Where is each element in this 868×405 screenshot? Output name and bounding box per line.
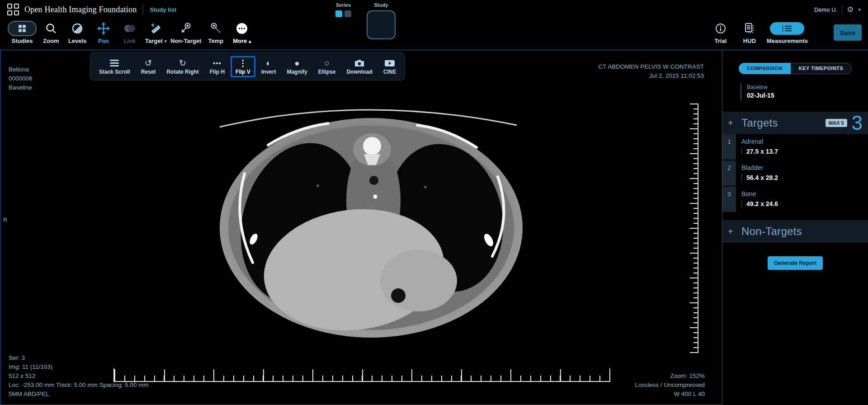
hud-panel-icon <box>744 21 755 36</box>
non-target-icon <box>180 21 192 36</box>
ellipse-icon: ○ <box>324 58 329 68</box>
targets-title: Targets <box>741 117 778 129</box>
menu-item-rotate-right[interactable]: ↻ Rotate Right <box>161 56 203 77</box>
camera-icon <box>354 58 364 68</box>
rotate-right-icon: ↻ <box>179 58 186 68</box>
image-number: Img: 11 (11/103) <box>9 363 149 371</box>
target-index: 1 <box>722 134 736 160</box>
menu-item-stack-scroll[interactable]: Stack Scroll <box>94 56 135 77</box>
menu-item-invert[interactable]: ◐ Invert <box>256 56 281 77</box>
study-thumbnail[interactable] <box>367 10 396 39</box>
header-divider <box>143 4 143 15</box>
magnify-circle-icon: ● <box>294 58 299 68</box>
levels-icon <box>71 21 83 36</box>
timepoint-header: Baseline 02-Jul-15 <box>741 83 868 101</box>
image-viewport[interactable]: Stack Scroll ↺ Reset ↻ Rotate Right ••• … <box>0 50 722 405</box>
series-number: Ser: 3 <box>9 354 149 362</box>
study-datetime: Jul 2, 2015 11:02:53 <box>598 72 704 80</box>
save-button[interactable]: Save <box>834 24 862 41</box>
menu-item-download[interactable]: Download <box>341 56 377 77</box>
image-dimensions: 512 x 512 <box>9 372 149 380</box>
tool-non-target[interactable]: Non-Target <box>169 19 203 44</box>
orientation-marker: R <box>3 217 7 223</box>
menu-item-reset[interactable]: ↺ Reset <box>136 56 161 77</box>
menu-item-flip-v[interactable]: ⋮ Flip V <box>231 56 255 77</box>
tool-link[interactable]: Link <box>117 19 143 44</box>
generate-report-button[interactable]: Generate Report <box>768 256 823 270</box>
pan-move-icon <box>97 21 110 36</box>
add-non-target-icon[interactable]: + <box>728 226 741 237</box>
info-icon <box>715 21 726 36</box>
measurements-panel: COMPARISON KEY TIMEPOINTS Baseline 02-Ju… <box>722 50 868 405</box>
tool-more[interactable]: More ▴ <box>229 19 255 44</box>
target-row[interactable]: 2 Bladder 56.4 x 28.2 <box>722 160 868 186</box>
target-name: Adrenal <box>741 138 778 145</box>
series-thumb-active[interactable] <box>335 10 342 17</box>
compression: Lossless / Uncompressed <box>635 381 705 389</box>
menu-item-cine[interactable]: CINE <box>378 56 401 77</box>
study-label: Study <box>374 2 388 8</box>
timepoint-date: 02-Jul-15 <box>747 92 868 99</box>
patient-id: 0000006 <box>9 75 33 82</box>
tool-studies[interactable]: Studies <box>6 19 38 44</box>
add-target-icon[interactable]: + <box>728 118 741 128</box>
tool-temp[interactable]: Temp <box>203 19 229 44</box>
study-group: Study <box>367 2 396 39</box>
series-thumb-idle[interactable] <box>344 10 351 17</box>
studies-grid-icon <box>8 21 37 36</box>
tab-comparison[interactable]: COMPARISON <box>739 63 791 74</box>
chevron-down-icon: ▾ <box>164 38 167 44</box>
tool-trial[interactable]: Trial <box>708 19 734 44</box>
horizontal-scale-ruler <box>113 368 610 382</box>
tool-hud[interactable]: HUD <box>736 19 763 44</box>
menu-item-magnify[interactable]: ● Magnify <box>282 56 312 77</box>
tool-measurements[interactable]: Measurements <box>765 19 809 44</box>
target-measurement: 49.2 x 24.6 <box>741 200 778 207</box>
target-measurement: 27.5 x 13.7 <box>741 148 778 155</box>
target-row[interactable]: 3 Bone 49.2 x 24.6 <box>722 187 868 212</box>
patient-name: Bellona <box>9 66 33 73</box>
menu-item-ellipse[interactable]: ○ Ellipse <box>313 56 341 77</box>
flip-v-icon: ⋮ <box>239 58 247 68</box>
tool-pan[interactable]: Pan <box>90 19 117 44</box>
timepoint-name: Baseline <box>747 84 868 90</box>
target-row[interactable]: 1 Adrenal 27.5 x 13.7 <box>722 134 868 160</box>
non-targets-section-header[interactable]: + Non-Targets <box>722 220 868 243</box>
magnifier-icon <box>45 21 57 36</box>
vertical-scale-ruler <box>689 104 698 353</box>
display-overlay: Zoom: 152% Lossless / Uncompressed W 400… <box>635 372 705 399</box>
target-ruler-icon <box>150 21 162 36</box>
link-toggle-icon <box>123 21 137 36</box>
window-level: W 400 L 40 <box>635 390 705 398</box>
stack-scroll-icon <box>110 58 119 68</box>
invert-icon: ◐ <box>266 58 271 68</box>
targets-count: 3 <box>852 113 863 133</box>
study-description: CT ABDOMEN PELVIS W CONTRAST <box>598 63 704 71</box>
series-description: 5MM ABD/PEL <box>9 390 149 398</box>
user-divider <box>842 5 842 14</box>
tool-target[interactable]: Target ▾ <box>143 19 169 44</box>
tool-zoom[interactable]: Zoom <box>38 19 64 44</box>
non-targets-title: Non-Targets <box>741 225 802 238</box>
ct-axial-image <box>213 90 529 352</box>
targets-section-header[interactable]: + Targets MAX 5 3 <box>722 112 868 134</box>
user-menu[interactable]: Demo U. ⚙ ▾ <box>814 5 861 14</box>
menu-item-flip-h[interactable]: ••• Flip H <box>205 56 230 77</box>
video-icon <box>385 58 395 68</box>
patient-overlay: Bellona 0000006 Baseline <box>9 66 33 93</box>
tab-key-timepoints[interactable]: KEY TIMEPOINTS <box>791 63 852 74</box>
target-measurement: 56.4 x 28.2 <box>741 174 778 181</box>
slice-location: Loc: -253.00 mm Thick: 5.00 mm Spacing: … <box>9 381 149 389</box>
measurements-list-icon <box>770 22 804 35</box>
chevron-down-icon: ▾ <box>858 7 861 13</box>
temp-dotted-icon <box>210 21 222 36</box>
chevron-up-icon: ▴ <box>249 38 251 44</box>
tool-levels[interactable]: Levels <box>64 19 90 44</box>
gear-icon[interactable]: ⚙ <box>847 6 854 14</box>
flip-h-icon: ••• <box>213 58 222 68</box>
target-name: Bladder <box>741 164 778 171</box>
more-ellipsis-icon <box>236 21 248 36</box>
main-toolbar: Studies Zoom Levels Pan <box>0 19 868 50</box>
target-name: Bone <box>741 190 778 198</box>
nav-study-list[interactable]: Study list <box>150 6 176 13</box>
